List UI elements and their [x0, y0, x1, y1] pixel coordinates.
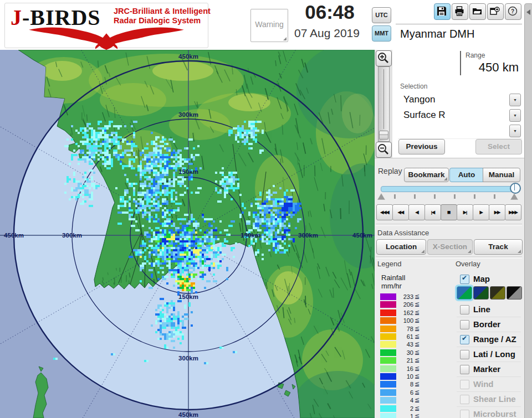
leq-symbol: ≦ — [415, 333, 420, 340]
playback-button-0[interactable]: ◀◀◀ — [376, 204, 393, 220]
utc-button[interactable]: UTC — [372, 7, 391, 23]
svg-text:300km: 300km — [178, 111, 198, 118]
checkbox-label: Microburst — [473, 409, 516, 418]
previous-button[interactable]: Previous — [398, 139, 445, 154]
manual-button[interactable]: Manual — [483, 168, 520, 182]
checkbox[interactable] — [460, 335, 469, 344]
playback-button-5[interactable]: ▶| — [457, 204, 473, 220]
dropdown-arrow-icon[interactable]: ▼ — [509, 109, 521, 122]
xsection-button[interactable]: X-Section — [427, 239, 473, 255]
xsection-menu-triangle — [468, 250, 471, 253]
track-button[interactable]: Track — [474, 239, 523, 255]
mmt-button[interactable]: MMT — [372, 25, 391, 42]
panel-collapse-strip[interactable] — [524, 3, 532, 418]
replay-slider-thumb[interactable] — [510, 183, 521, 194]
dropdown-arrow-icon[interactable]: ▼ — [509, 94, 521, 106]
capture-window-button[interactable] — [487, 3, 504, 20]
playback-button-8[interactable]: ▶▶▶ — [505, 204, 521, 220]
radar-map[interactable]: 450km300km150km150km300km450km450km300km… — [0, 50, 375, 418]
checkbox[interactable] — [460, 365, 469, 374]
dropdown-arrow-icon[interactable]: ▼ — [509, 125, 521, 137]
zoom-slider-track[interactable] — [378, 66, 390, 142]
selection-combo-extra[interactable]: ▼ — [398, 123, 522, 139]
replay-tick — [434, 194, 436, 199]
clock-time: 06:48 — [290, 1, 369, 23]
playback-button-2[interactable]: ◀ — [408, 204, 425, 220]
svg-text:150km: 150km — [178, 293, 198, 300]
open-folder-button[interactable] — [469, 3, 486, 20]
leq-symbol: ≦ — [415, 293, 420, 300]
help-icon: ? — [508, 6, 518, 16]
replay-slider-track[interactable] — [381, 186, 516, 192]
legend-value: 2 — [393, 405, 413, 412]
playback-button-3[interactable]: |◀ — [424, 204, 441, 220]
replay-tick — [494, 194, 495, 199]
legend-value: 16 — [393, 365, 413, 372]
overlay-row-line[interactable]: Line — [457, 302, 521, 317]
map-style-swatch-2[interactable] — [490, 286, 505, 300]
svg-text:450km: 450km — [178, 411, 198, 418]
range-value: 450 km — [460, 60, 519, 75]
leq-symbol: ≦ — [415, 412, 420, 418]
replay-tick — [454, 194, 456, 199]
overlay-row-marker[interactable]: Marker — [457, 362, 521, 377]
overlay-row-border[interactable]: Border — [457, 317, 521, 332]
playback-button-7[interactable]: ▶▶ — [489, 204, 505, 220]
selection-combo-product[interactable]: Surface R ▼ — [398, 107, 522, 123]
legend-value: 6 — [393, 389, 413, 396]
overlay-row-map[interactable]: Map — [457, 272, 521, 287]
playback-button-6[interactable]: ▶ — [473, 204, 489, 220]
zoom-slider-thumb[interactable] — [379, 131, 388, 140]
range-label: Range — [466, 51, 485, 59]
map-style-swatch-1[interactable] — [473, 286, 489, 300]
overlay-row-lati-long[interactable]: Lati / Long — [457, 347, 521, 362]
save-icon — [437, 6, 447, 16]
leq-symbol: ≦ — [415, 405, 420, 412]
overlay-row-microburst[interactable]: Microburst — [457, 407, 521, 418]
checkbox[interactable] — [460, 320, 469, 329]
playback-button-4[interactable]: ■ — [441, 204, 457, 220]
checkbox — [460, 380, 469, 389]
overlay-row-wind[interactable]: Wind — [457, 377, 521, 392]
legend-value: 233 — [393, 293, 413, 300]
zoom-out-button[interactable] — [376, 142, 392, 158]
print-button[interactable] — [452, 3, 468, 20]
map-checkbox[interactable] — [460, 275, 469, 284]
track-menu-triangle — [518, 250, 521, 253]
station-title: Myanmar DMH — [400, 28, 474, 40]
zoom-in-button[interactable] — [376, 50, 392, 66]
overlay-title: Overlay — [456, 260, 480, 268]
data-assistance-label: Data Assistance — [377, 229, 429, 237]
checkbox-label: Border — [473, 319, 500, 329]
checkbox-label: Shear Line — [473, 394, 516, 404]
map-style-swatch-0[interactable] — [457, 286, 472, 300]
auto-button[interactable]: Auto — [449, 168, 484, 182]
checkbox[interactable] — [460, 350, 469, 359]
replay-end-marker[interactable] — [510, 193, 518, 200]
bookmark-button[interactable]: Bookmark — [404, 168, 449, 182]
svg-text:300km: 300km — [62, 232, 82, 239]
overlay-row-range-az[interactable]: Range / AZ — [457, 332, 521, 347]
help-button[interactable]: ? — [505, 3, 521, 20]
overlay-row-shear-line[interactable]: Shear Line — [457, 392, 521, 407]
select-button[interactable]: Select — [475, 139, 522, 154]
legend-value: 30 — [393, 349, 413, 356]
svg-text:450km: 450km — [352, 232, 372, 239]
panel-divider — [396, 24, 522, 24]
magnifier-plus-icon — [376, 51, 390, 65]
map-zoom-gutter — [375, 50, 392, 158]
location-menu-triangle — [421, 250, 424, 253]
map-style-swatch-3[interactable] — [507, 286, 522, 300]
leq-symbol: ≦ — [415, 325, 420, 332]
selection-combo-site[interactable]: Yangon ▼ — [398, 92, 522, 108]
svg-text:150km: 150km — [241, 232, 260, 239]
location-button[interactable]: Location — [376, 239, 426, 255]
replay-start-marker[interactable] — [377, 193, 385, 200]
save-button[interactable] — [434, 3, 451, 20]
playback-button-1[interactable]: ◀◀ — [392, 204, 409, 220]
svg-text:300km: 300km — [178, 355, 198, 362]
leq-symbol: ≦ — [415, 365, 420, 372]
leq-symbol: ≦ — [415, 340, 420, 348]
checkbox[interactable] — [460, 305, 469, 314]
window-plus-icon — [490, 6, 500, 16]
